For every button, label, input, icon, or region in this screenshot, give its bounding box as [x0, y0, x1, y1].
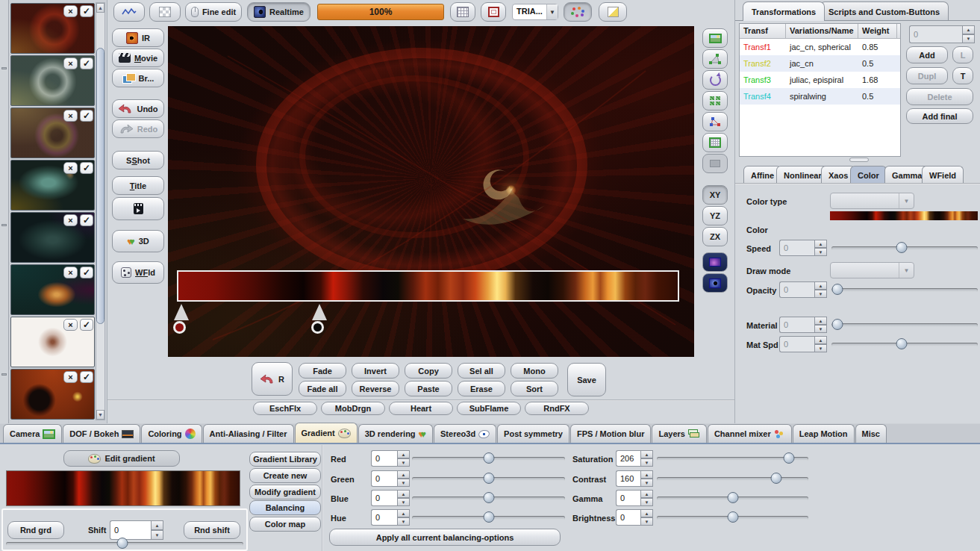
- view-xy-button[interactable]: XY: [702, 185, 728, 205]
- blue-slider[interactable]: [412, 492, 565, 504]
- contrast-spinner[interactable]: 160▲▼: [616, 470, 653, 487]
- speed-slider[interactable]: [831, 242, 978, 254]
- brightness-slider[interactable]: [657, 511, 808, 523]
- add-final-transform-button[interactable]: Add final: [906, 108, 973, 124]
- fractal-preview[interactable]: [168, 26, 694, 357]
- sort-button[interactable]: Sort: [511, 381, 558, 396]
- delete-transform-button[interactable]: Delete: [906, 88, 973, 105]
- tab-scripts-custom-buttons[interactable]: Scripts and Custom-Buttons: [820, 1, 949, 21]
- table-row[interactable]: Transf1 jac_cn, spherical 0.85: [740, 39, 900, 55]
- gradient-strip-overlay[interactable]: [177, 270, 679, 302]
- tab-gradient[interactable]: Gradient: [295, 423, 358, 443]
- duplicate-transform-button[interactable]: Dupl: [906, 67, 948, 84]
- gradient-marker-right[interactable]: [311, 321, 324, 334]
- flame-thumbnail[interactable]: ×✓: [10, 55, 95, 106]
- material-slider[interactable]: [831, 319, 978, 331]
- tab-3d-rendering[interactable]: 3D rendering♥♥: [358, 424, 433, 443]
- realtime-toggle[interactable]: Realtime: [247, 2, 310, 22]
- script-subflame-button[interactable]: SubFlame: [457, 402, 521, 415]
- curve-editor-button[interactable]: [113, 2, 145, 22]
- gamma-slider[interactable]: [657, 492, 808, 504]
- render-image-button[interactable]: [702, 28, 728, 48]
- interactive-renderer-button[interactable]: IR: [112, 28, 164, 47]
- thumbnail-check-icon[interactable]: ✓: [80, 110, 93, 122]
- red-slider[interactable]: [412, 452, 565, 464]
- mono-button[interactable]: Mono: [511, 363, 558, 379]
- table-row[interactable]: Transf4 spiralwing 0.5: [740, 88, 900, 105]
- gradient-reset-button[interactable]: R: [252, 362, 293, 396]
- apply-balancing-button[interactable]: Apply all current balancing-options: [329, 529, 561, 546]
- tab-fps-motion-blur[interactable]: FPS / Motion blur: [570, 424, 651, 443]
- random-gradient-button[interactable]: Rnd grd: [7, 521, 64, 539]
- thumbnail-close-icon[interactable]: ×: [63, 57, 78, 69]
- thumbnail-check-icon[interactable]: ✓: [80, 214, 93, 226]
- col-weight[interactable]: Weight: [858, 24, 897, 38]
- tab-channel-mixer[interactable]: Channel mixer: [708, 424, 792, 443]
- left-splitter[interactable]: [0, 0, 9, 423]
- scrollbar-thumb[interactable]: [96, 48, 104, 324]
- hue-spinner[interactable]: 0▲▼: [371, 509, 410, 526]
- scroll-down-icon[interactable]: ▼: [96, 410, 104, 420]
- color-map-button[interactable]: Color map: [249, 517, 321, 532]
- thumbnail-close-icon[interactable]: ×: [63, 371, 78, 383]
- thumbnail-check-icon[interactable]: ✓: [80, 5, 93, 17]
- view-yz-button[interactable]: YZ: [702, 206, 728, 225]
- gamma-spinner[interactable]: 0▲▼: [616, 490, 653, 506]
- transf-name[interactable]: Transf4: [740, 92, 786, 101]
- fade-button[interactable]: Fade: [299, 363, 346, 379]
- flame-movie-button[interactable]: [112, 197, 164, 220]
- modify-gradient-button[interactable]: Modify gradient: [249, 485, 321, 499]
- script-mobdrgn-button[interactable]: MobDrgn: [321, 402, 385, 415]
- thumbnail-scrollbar[interactable]: ▲ ▼: [96, 2, 105, 420]
- tile-view-button[interactable]: [702, 91, 728, 110]
- tab-stereo3d[interactable]: Stereo3d: [434, 424, 496, 443]
- movie-button[interactable]: Movie: [112, 49, 164, 67]
- create-new-button[interactable]: Create new: [249, 468, 321, 483]
- transf-name[interactable]: Transf3: [740, 75, 786, 84]
- select-all-button[interactable]: Sel all: [458, 363, 505, 379]
- hue-slider[interactable]: [412, 511, 565, 523]
- transf-name[interactable]: Transf2: [740, 59, 786, 68]
- tab-layers[interactable]: Layers: [652, 424, 706, 443]
- tab-anti-aliasing-filter[interactable]: Anti-Aliasing / Filter: [203, 424, 294, 443]
- scroll-up-icon[interactable]: ▲: [96, 3, 104, 13]
- saturation-slider[interactable]: [657, 452, 808, 464]
- script-eschflx-button[interactable]: EschFlx: [253, 402, 317, 415]
- col-variations[interactable]: Variations/Name: [786, 24, 858, 38]
- flame-thumbnail[interactable]: ×✓: [10, 369, 95, 420]
- transf-name[interactable]: Transf1: [740, 43, 786, 52]
- table-row[interactable]: Transf2 jac_cn 0.5: [740, 55, 900, 72]
- tab-dof-bokeh[interactable]: DOF / Bokeh: [63, 424, 140, 443]
- contrast-slider[interactable]: [657, 473, 808, 485]
- color-dots-toggle[interactable]: [564, 2, 592, 22]
- tab-coloring[interactable]: Coloring: [141, 424, 202, 443]
- brightness-spinner[interactable]: 0▲▼: [616, 509, 653, 526]
- title-button[interactable]: Title: [112, 176, 164, 195]
- green-spinner[interactable]: 0▲▼: [371, 470, 410, 487]
- paste-button[interactable]: Paste: [405, 381, 452, 396]
- reverse-button[interactable]: Reverse: [352, 381, 399, 396]
- thumbnail-close-icon[interactable]: ×: [63, 110, 78, 122]
- gradient-library-button[interactable]: Gradient Library: [249, 452, 321, 467]
- erase-button[interactable]: Erase: [458, 381, 505, 396]
- color-gradient-strip[interactable]: [830, 211, 978, 220]
- grid-snap-button[interactable]: [702, 133, 728, 152]
- thumbnail-close-icon[interactable]: ×: [63, 162, 78, 174]
- background-image-button[interactable]: [702, 252, 728, 272]
- redo-button[interactable]: Redo: [112, 119, 164, 138]
- fine-edit-button[interactable]: Fine edit: [185, 2, 242, 22]
- thumbnail-check-icon[interactable]: ✓: [80, 267, 93, 278]
- triangle-view-button[interactable]: [599, 2, 627, 22]
- rotate-button[interactable]: [702, 70, 728, 90]
- triangle-nodes-button[interactable]: [702, 112, 728, 131]
- saturation-spinner[interactable]: 206▲▼: [616, 450, 653, 467]
- speed-spinner[interactable]: 0▲▼: [779, 240, 827, 256]
- opacity-spinner[interactable]: 0▲▼: [779, 281, 827, 298]
- save-gradient-button[interactable]: Save: [567, 363, 606, 396]
- thumbnail-check-icon[interactable]: ✓: [80, 162, 93, 174]
- undo-button[interactable]: Undo: [112, 99, 164, 118]
- col-transf[interactable]: Transf: [740, 24, 786, 38]
- thumbnail-close-icon[interactable]: ×: [63, 267, 78, 278]
- tab-transformations[interactable]: Transformations: [743, 1, 825, 21]
- flame-thumbnail[interactable]: ×✓: [10, 3, 95, 54]
